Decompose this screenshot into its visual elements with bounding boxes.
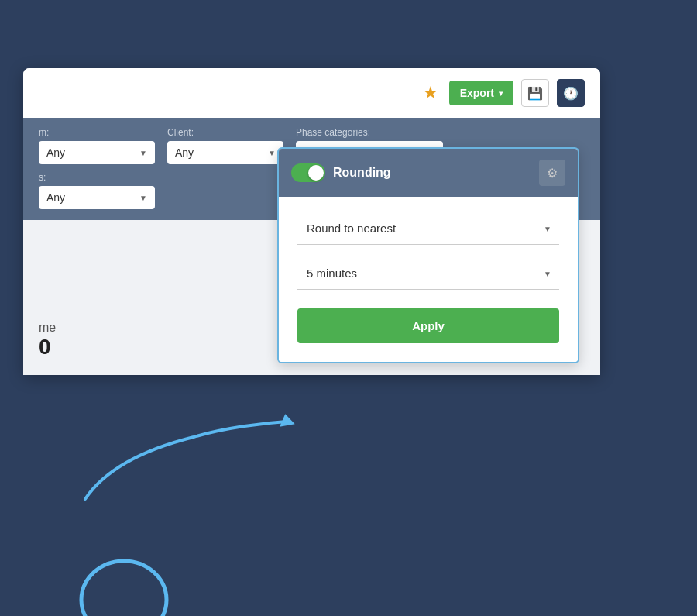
content-number: 0 — [39, 335, 56, 360]
clock-icon: 🕐 — [563, 86, 579, 101]
team-filter-label: m: — [39, 127, 155, 138]
rounding-header: Rounding ⚙ — [279, 149, 578, 197]
rounding-header-left: Rounding — [291, 163, 391, 182]
export-label: Export — [460, 87, 494, 99]
circle-annotation — [70, 545, 178, 616]
save-icon: 💾 — [527, 86, 543, 101]
svg-marker-0 — [277, 412, 294, 426]
rounding-body: Round to nearest Round up Round down 1 m… — [279, 197, 578, 362]
round-mode-group: Round to nearest Round up Round down — [297, 212, 559, 245]
toggle-thumb — [308, 165, 324, 181]
toggle-track — [291, 163, 325, 182]
row2-filter-label: s: — [39, 172, 155, 183]
client-select-wrapper: Any — [167, 141, 283, 164]
round-mode-select[interactable]: Round to nearest Round up Round down — [297, 212, 559, 245]
client-select[interactable]: Any — [167, 141, 283, 164]
client-filter-group: Client: Any — [167, 127, 283, 164]
export-button[interactable]: Export ▾ — [449, 81, 513, 105]
rounding-popup: Rounding ⚙ Round to nearest Round up Rou… — [277, 147, 579, 363]
phase-filter-label: Phase categories: — [296, 127, 443, 138]
row2-filter-group: s: Any — [39, 172, 155, 209]
interval-select[interactable]: 1 minute 5 minutes 10 minutes 15 minutes… — [297, 257, 559, 290]
star-icon[interactable]: ★ — [423, 83, 438, 103]
gear-icon: ⚙ — [547, 166, 558, 181]
team-filter-group: m: Any — [39, 127, 155, 164]
team-select[interactable]: Any — [39, 141, 155, 164]
team-select-wrapper: Any — [39, 141, 155, 164]
interval-select-wrapper: 1 minute 5 minutes 10 minutes 15 minutes… — [297, 257, 559, 290]
round-mode-select-wrapper: Round to nearest Round up Round down — [297, 212, 559, 245]
row2-select-wrapper: Any — [39, 186, 155, 209]
svg-point-1 — [81, 561, 167, 616]
apply-label: Apply — [412, 319, 445, 332]
rounding-toggle[interactable] — [291, 163, 325, 182]
apply-button[interactable]: Apply — [297, 308, 559, 343]
content-label-text: me — [39, 321, 56, 335]
save-button[interactable]: 💾 — [521, 79, 549, 107]
row2-select[interactable]: Any — [39, 186, 155, 209]
export-caret-icon: ▾ — [499, 89, 503, 98]
rounding-title: Rounding — [333, 166, 391, 180]
clock-button[interactable]: 🕐 — [557, 79, 585, 107]
rounding-gear-button[interactable]: ⚙ — [539, 160, 565, 186]
toolbar: ★ Export ▾ 💾 🕐 — [23, 68, 600, 118]
arrow-annotation — [39, 375, 302, 530]
interval-group: 1 minute 5 minutes 10 minutes 15 minutes… — [297, 257, 559, 290]
content-label: me 0 — [39, 321, 56, 360]
client-filter-label: Client: — [167, 127, 283, 138]
